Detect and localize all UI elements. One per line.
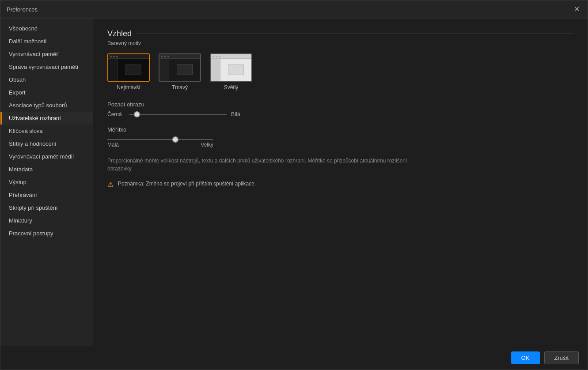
warning-row: ⚠ Poznámka: Změna se projeví při příštím… xyxy=(107,180,573,189)
preview-dot-d3 xyxy=(167,56,169,57)
scale-label: Měřítko xyxy=(107,126,573,133)
scale-section: Měřítko Malá Velký xyxy=(107,126,573,148)
preview-dot-1 xyxy=(110,56,112,57)
sidebar-item-vystup[interactable]: Výstup xyxy=(0,176,93,189)
preview-dot-d1 xyxy=(161,56,163,57)
sidebar-item-dalsi-moznosti[interactable]: Další možnosti xyxy=(0,35,93,48)
scale-slider-row xyxy=(107,139,573,140)
sidebar-item-uzivatelske-rozhrani[interactable]: Uživatelské rozhraní xyxy=(0,112,93,125)
section-header: Vzhled xyxy=(107,29,573,38)
sidebar-item-export[interactable]: Export xyxy=(0,86,93,99)
cancel-button[interactable]: Zrušit xyxy=(544,351,579,364)
scale-slider[interactable] xyxy=(107,139,213,140)
theme-label-dark: Tmavý xyxy=(172,84,188,91)
theme-preview-light xyxy=(210,53,252,82)
sidebar-item-skripty-pri-spusteni[interactable]: Skripty při spuštění xyxy=(0,201,93,214)
theme-preview-dark xyxy=(159,53,201,82)
preview-main-med xyxy=(169,59,200,81)
sidebar-item-asociace-typu-souboru[interactable]: Asociace typů souborů xyxy=(0,99,93,112)
sidebar-item-vyrovnavaci-pamet-medii[interactable]: Vyrovnávací paměť médií xyxy=(0,150,93,163)
background-slider[interactable] xyxy=(129,114,227,115)
theme-option-light[interactable]: Světlý xyxy=(210,53,252,91)
preview-dot-3 xyxy=(116,56,118,57)
sidebar-item-sprava-vyrovnavaci-pameti[interactable]: Správa vyrovnávací paměti xyxy=(0,60,93,73)
preview-dot-d2 xyxy=(164,56,166,57)
preview-sidebar-med xyxy=(159,59,169,81)
sidebar-item-klicova-slova[interactable]: Klíčová slova xyxy=(0,125,93,137)
sidebar-item-stitky-a-hodnoceni[interactable]: Štítky a hodnocení xyxy=(0,137,93,150)
section-divider xyxy=(137,34,573,34)
scale-max-label: Velký xyxy=(201,142,213,148)
dialog-footer: OK Zrušit xyxy=(0,346,588,370)
sidebar-item-metadata[interactable]: Metadata xyxy=(0,163,93,176)
sidebar: Všeobecné Další možnosti Vyrovnávací pam… xyxy=(0,19,93,346)
close-button[interactable]: ✕ xyxy=(572,5,581,14)
background-section: Pozadí obrazu Černá Bílá xyxy=(107,101,573,117)
preview-sidebar xyxy=(108,59,118,81)
warning-text: Poznámka: Změna se projeví při příštím s… xyxy=(118,180,256,188)
bg-label: Pozadí obrazu xyxy=(107,101,573,108)
theme-option-darkest[interactable]: Nejtmavší xyxy=(107,53,150,91)
preview-dot-l2 xyxy=(216,56,217,57)
main-content: Vzhled Barevný motiv xyxy=(93,19,588,346)
preview-sidebar-light xyxy=(211,59,220,81)
preview-dot-l1 xyxy=(212,56,214,57)
theme-label-darkest: Nejtmavší xyxy=(117,84,140,91)
preview-main xyxy=(118,59,149,81)
preview-center-light xyxy=(228,64,244,75)
ok-button[interactable]: OK xyxy=(511,351,540,364)
scale-labels: Malá Velký xyxy=(107,142,213,148)
bg-slider-row: Černá Bílá xyxy=(107,111,573,117)
black-label: Černá xyxy=(107,111,125,117)
preferences-dialog: Preferences ✕ Všeobecné Další možnosti V… xyxy=(0,0,588,370)
theme-option-dark[interactable]: Tmavý xyxy=(159,53,201,91)
dialog-body: Všeobecné Další možnosti Vyrovnávací pam… xyxy=(0,19,588,346)
sidebar-item-miniatury[interactable]: Miniatury xyxy=(0,214,93,227)
dialog-title: Preferences xyxy=(7,6,38,13)
titlebar: Preferences ✕ xyxy=(0,0,588,19)
sidebar-item-obsah[interactable]: Obsah xyxy=(0,73,93,86)
section-title-text: Vzhled xyxy=(107,29,132,38)
warning-icon: ⚠ xyxy=(107,180,114,189)
description-text: Proporcionálně měňte velikost nástrojů, … xyxy=(107,157,408,173)
scale-min-label: Malá xyxy=(107,142,119,148)
white-label: Bílá xyxy=(231,111,240,117)
sidebar-item-vyrovnavaci-pamet[interactable]: Vyrovnávací paměť xyxy=(0,48,93,60)
preview-dot-2 xyxy=(113,56,115,57)
preview-center xyxy=(125,64,141,75)
preview-main-light xyxy=(220,59,251,81)
sidebar-item-prehravani[interactable]: Přehrávání xyxy=(0,189,93,201)
color-theme-label: Barevný motiv xyxy=(107,40,573,46)
sidebar-item-pracovni-postupy[interactable]: Pracovní postupy xyxy=(0,227,93,240)
sidebar-item-vseobecne[interactable]: Všeobecné xyxy=(0,22,93,35)
theme-options: Nejtmavší xyxy=(107,53,573,91)
theme-preview-darkest xyxy=(107,53,150,82)
theme-label-light: Světlý xyxy=(224,84,239,91)
preview-dot-l3 xyxy=(219,56,220,57)
preview-center-med xyxy=(177,64,193,75)
